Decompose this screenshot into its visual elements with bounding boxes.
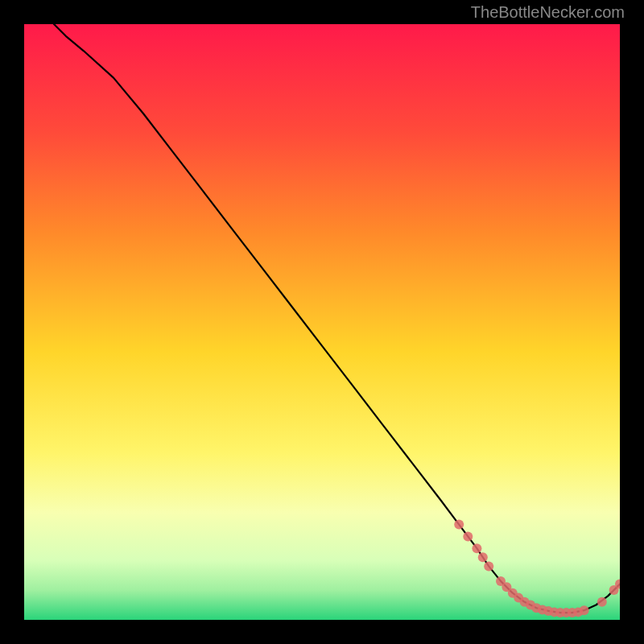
gradient-background	[24, 24, 620, 620]
plot-area	[24, 24, 620, 620]
dot-highlight-dots-upper	[463, 531, 473, 541]
dot-highlight-dots-rise	[597, 597, 607, 607]
dot-highlight-dots-upper	[484, 561, 493, 571]
dot-highlight-dots-cluster	[580, 605, 589, 615]
chart-svg	[24, 24, 620, 620]
chart-container: TheBottleNecker.com	[0, 0, 644, 644]
dot-highlight-dots-upper	[454, 520, 464, 530]
dot-highlight-dots-upper	[478, 552, 488, 562]
dot-highlight-dots-upper	[472, 543, 481, 553]
watermark-text: TheBottleNecker.com	[471, 3, 625, 22]
